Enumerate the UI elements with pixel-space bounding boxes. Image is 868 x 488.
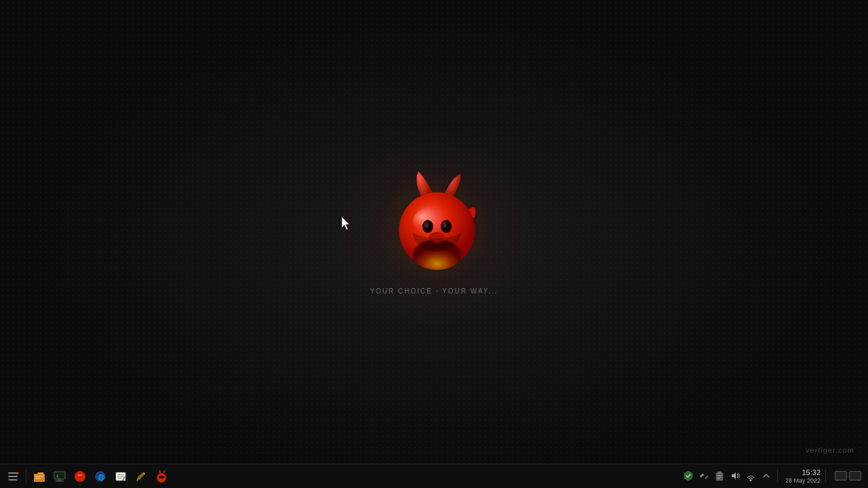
clock-time: 15:32 [802,468,821,477]
tools-tray-icon[interactable] [698,470,710,482]
svg-rect-14 [35,478,41,479]
svg-rect-8 [8,472,18,474]
svg-point-6 [442,222,446,228]
clock-area[interactable]: 15:32 28 May 2022 [785,468,821,485]
apps-menu-button[interactable] [4,468,22,485]
svg-point-20 [75,471,85,482]
taskbar-separator-3 [825,469,826,483]
volume-tray-icon[interactable] [729,470,741,482]
svg-rect-19 [56,481,64,482]
clock-date: 28 May 2022 [785,477,821,485]
taskbar-separator-1 [26,470,26,483]
svg-rect-35 [717,475,722,476]
clipboard-tray-icon[interactable] [713,470,726,482]
taskbar-separator-2 [777,469,778,483]
svg-rect-24 [117,474,124,475]
svg-rect-37 [717,479,720,479]
window-button-1[interactable] [835,471,847,481]
app-icon-1[interactable] [71,468,89,485]
text-editor-button[interactable] [112,468,130,485]
svg-rect-31 [700,474,704,478]
svg-point-30 [161,476,164,479]
svg-point-29 [159,476,161,479]
svg-point-4 [424,222,428,228]
bsd-taskbar-button[interactable] [153,468,170,485]
window-manager-buttons [835,471,861,481]
file-manager-button[interactable] [31,468,48,485]
system-tray: 15:32 28 May 2022 [679,468,864,485]
svg-point-11 [17,472,19,474]
svg-point-38 [749,479,751,481]
svg-text:$_: $_ [56,474,61,479]
svg-rect-26 [117,478,122,479]
svg-rect-32 [705,476,709,480]
desktop-tagline: YOUR CHOICE · YOUR WAY... [370,287,498,295]
logo-container: YOUR CHOICE · YOUR WAY... [370,168,498,295]
svg-text:🌐: 🌐 [98,474,104,481]
network-tray-icon[interactable] [745,470,757,482]
svg-rect-25 [117,476,124,476]
watermark: vertiger.com [806,446,854,454]
svg-rect-9 [8,476,18,477]
svg-rect-36 [717,477,722,478]
expand-tray-icon[interactable] [760,470,772,482]
svg-rect-10 [8,479,18,481]
window-button-2[interactable] [849,471,861,481]
taskbar-left: $_ 🌐 [4,468,679,485]
app-icon-2[interactable]: 🌐 [92,468,109,485]
taskbar: $_ 🌐 [0,464,868,488]
draw-button[interactable] [132,468,150,485]
svg-point-27 [123,479,124,481]
freebsd-logo [380,168,488,277]
security-tray-icon[interactable] [682,470,694,482]
screen-button[interactable]: $_ [51,468,68,485]
svg-rect-18 [58,479,62,481]
svg-rect-13 [35,476,43,477]
svg-rect-34 [717,472,722,474]
